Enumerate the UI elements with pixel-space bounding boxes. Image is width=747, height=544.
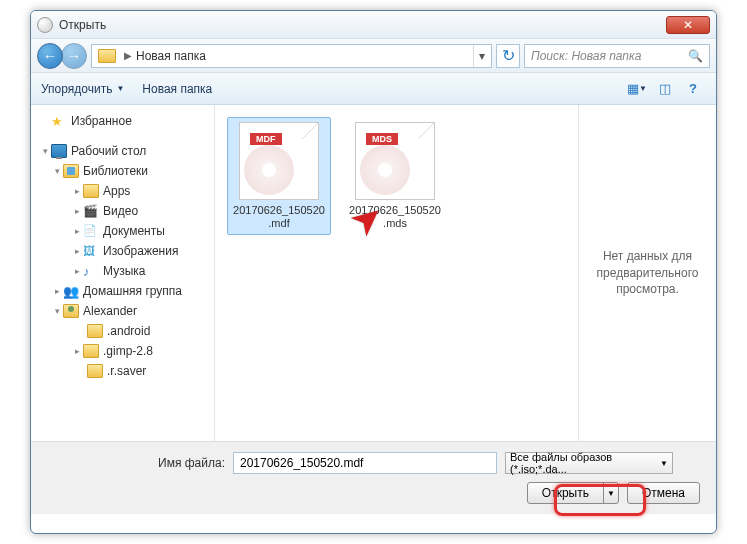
homegroup-icon: 👥	[63, 284, 79, 298]
open-button[interactable]: Открыть ▼	[527, 482, 619, 504]
filename-input[interactable]	[233, 452, 497, 474]
back-button[interactable]: ←	[37, 43, 63, 69]
folder-icon	[87, 324, 103, 338]
file-badge: MDS	[366, 133, 398, 145]
folder-icon	[98, 49, 116, 63]
close-icon: ✕	[683, 18, 693, 32]
expander-icon[interactable]: ▸	[71, 186, 83, 196]
sidebar-music[interactable]: ▸ ♪ Музыка	[31, 261, 214, 281]
file-item-mdf[interactable]: MDF 20170626_150520.mdf	[227, 117, 331, 235]
star-icon: ★	[51, 114, 67, 128]
help-icon: ?	[689, 81, 697, 96]
video-icon: 🎬	[83, 204, 99, 218]
image-icon: 🖼	[83, 244, 99, 258]
sidebar-documents[interactable]: ▸ 📄 Документы	[31, 221, 214, 241]
search-placeholder: Поиск: Новая папка	[531, 49, 641, 63]
sidebar-images[interactable]: ▸ 🖼 Изображения	[31, 241, 214, 261]
cancel-button[interactable]: Отмена	[627, 482, 700, 504]
expander-icon[interactable]: ▸	[71, 226, 83, 236]
preview-empty-text: Нет данных для предварительного просмотр…	[589, 248, 706, 298]
toolbar: Упорядочить ▼ Новая папка ▦▼ ◫ ?	[31, 73, 716, 105]
desktop-icon	[51, 144, 67, 158]
expander-icon[interactable]: ▾	[39, 146, 51, 156]
sidebar-libraries[interactable]: ▾ Библиотеки	[31, 161, 214, 181]
music-icon: ♪	[83, 264, 99, 278]
titlebar: Открыть ✕	[31, 11, 716, 39]
expander-icon[interactable]: ▾	[51, 306, 63, 316]
disc-icon	[244, 145, 294, 195]
preview-pane-button[interactable]: ◫	[652, 78, 678, 100]
sidebar-folder-rsaver[interactable]: .r.saver	[31, 361, 214, 381]
expander-icon[interactable]: ▸	[71, 246, 83, 256]
filename-label: Имя файла:	[155, 456, 225, 470]
sidebar: ★ Избранное ▾ Рабочий стол ▾ Библиотеки …	[31, 105, 215, 441]
sidebar-favorites[interactable]: ★ Избранное	[31, 111, 214, 131]
footer: Имя файла: Все файлы образов (*.iso;*.da…	[31, 441, 716, 514]
preview-icon: ◫	[659, 81, 671, 96]
disc-icon	[360, 145, 410, 195]
expander-icon[interactable]: ▸	[71, 266, 83, 276]
folder-icon	[83, 344, 99, 358]
document-icon: 📄	[83, 224, 99, 238]
search-input[interactable]: Поиск: Новая папка 🔍	[524, 44, 710, 68]
chevron-right-icon: ▶	[124, 50, 132, 61]
chevron-down-icon: ▼	[116, 84, 124, 93]
file-item-mds[interactable]: MDS 20170626_150520.mds	[343, 117, 447, 235]
disc-icon	[37, 17, 53, 33]
sidebar-video[interactable]: ▸ 🎬 Видео	[31, 201, 214, 221]
open-dialog: Открыть ✕ ← → ▶ Новая папка ▾ ↻ Поиск: Н…	[30, 10, 717, 534]
expander-icon[interactable]: ▸	[71, 346, 83, 356]
arrow-right-icon: →	[67, 48, 81, 64]
user-icon	[63, 304, 79, 318]
folder-icon	[83, 184, 99, 198]
files-area[interactable]: MDF 20170626_150520.mdf MDS 20170626_150…	[215, 105, 578, 441]
nav-bar: ← → ▶ Новая папка ▾ ↻ Поиск: Новая папка…	[31, 39, 716, 73]
search-icon: 🔍	[688, 49, 703, 63]
forward-button[interactable]: →	[61, 43, 87, 69]
new-folder-button[interactable]: Новая папка	[142, 82, 212, 96]
file-thumbnail: MDS	[355, 122, 435, 200]
arrow-left-icon: ←	[43, 48, 57, 64]
refresh-button[interactable]: ↻	[496, 44, 520, 68]
breadcrumb-folder: Новая папка	[136, 49, 206, 63]
file-type-filter[interactable]: Все файлы образов (*.iso;*.da... ▼	[505, 452, 673, 474]
sidebar-apps[interactable]: ▸ Apps	[31, 181, 214, 201]
sidebar-user[interactable]: ▾ Alexander	[31, 301, 214, 321]
file-thumbnail: MDF	[239, 122, 319, 200]
sidebar-homegroup[interactable]: ▸ 👥 Домашняя группа	[31, 281, 214, 301]
organize-menu[interactable]: Упорядочить ▼	[41, 82, 124, 96]
nav-buttons: ← →	[37, 43, 87, 69]
chevron-down-icon: ▼	[660, 459, 668, 468]
folder-icon	[87, 364, 103, 378]
help-button[interactable]: ?	[680, 78, 706, 100]
view-options-button[interactable]: ▦▼	[624, 78, 650, 100]
sidebar-folder-android[interactable]: .android	[31, 321, 214, 341]
refresh-icon: ↻	[502, 46, 515, 65]
view-icon: ▦	[627, 81, 639, 96]
file-name: 20170626_150520.mds	[348, 204, 442, 230]
breadcrumb-dropdown[interactable]: ▾	[473, 45, 489, 67]
chevron-down-icon[interactable]: ▼	[604, 489, 618, 498]
sidebar-desktop[interactable]: ▾ Рабочий стол	[31, 141, 214, 161]
main-area: ★ Избранное ▾ Рабочий стол ▾ Библиотеки …	[31, 105, 716, 441]
file-name: 20170626_150520.mdf	[232, 204, 326, 230]
expander-icon[interactable]: ▸	[51, 286, 63, 296]
window-title: Открыть	[59, 18, 666, 32]
breadcrumb[interactable]: ▶ Новая папка ▾	[91, 44, 492, 68]
sidebar-folder-gimp[interactable]: ▸ .gimp-2.8	[31, 341, 214, 361]
close-button[interactable]: ✕	[666, 16, 710, 34]
file-badge: MDF	[250, 133, 282, 145]
preview-pane: Нет данных для предварительного просмотр…	[578, 105, 716, 441]
chevron-down-icon: ▼	[639, 84, 647, 93]
expander-icon[interactable]: ▸	[71, 206, 83, 216]
library-icon	[63, 164, 79, 178]
expander-icon[interactable]: ▾	[51, 166, 63, 176]
